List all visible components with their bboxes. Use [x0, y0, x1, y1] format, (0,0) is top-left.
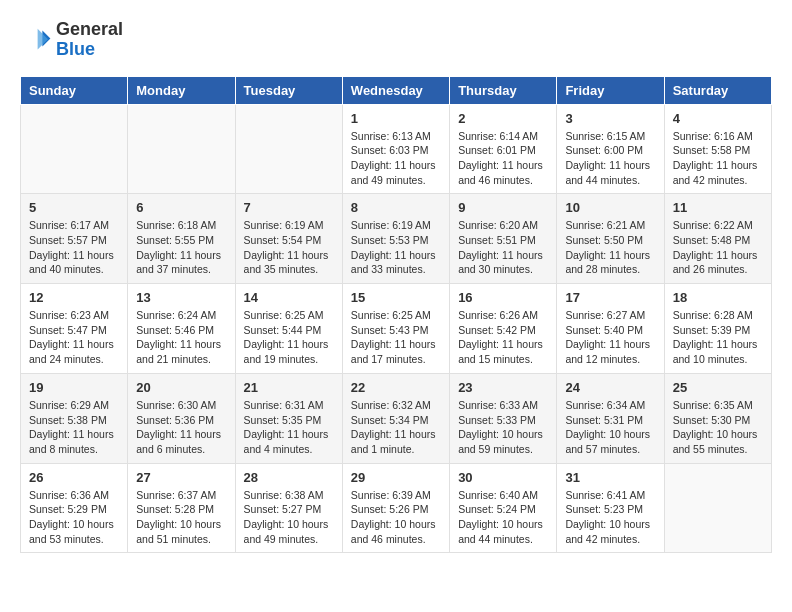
calendar-cell: 27Sunrise: 6:37 AM Sunset: 5:28 PM Dayli… [128, 463, 235, 553]
calendar-cell: 19Sunrise: 6:29 AM Sunset: 5:38 PM Dayli… [21, 373, 128, 463]
day-of-week-header: Monday [128, 76, 235, 104]
calendar-cell: 6Sunrise: 6:18 AM Sunset: 5:55 PM Daylig… [128, 194, 235, 284]
calendar-cell: 13Sunrise: 6:24 AM Sunset: 5:46 PM Dayli… [128, 284, 235, 374]
day-info: Sunrise: 6:18 AM Sunset: 5:55 PM Dayligh… [136, 218, 226, 277]
calendar-cell: 20Sunrise: 6:30 AM Sunset: 5:36 PM Dayli… [128, 373, 235, 463]
day-info: Sunrise: 6:36 AM Sunset: 5:29 PM Dayligh… [29, 488, 119, 547]
day-number: 28 [244, 470, 334, 485]
day-of-week-header: Friday [557, 76, 664, 104]
calendar-week-row: 5Sunrise: 6:17 AM Sunset: 5:57 PM Daylig… [21, 194, 772, 284]
day-number: 4 [673, 111, 763, 126]
day-number: 10 [565, 200, 655, 215]
day-number: 8 [351, 200, 441, 215]
day-info: Sunrise: 6:25 AM Sunset: 5:43 PM Dayligh… [351, 308, 441, 367]
calendar-cell: 11Sunrise: 6:22 AM Sunset: 5:48 PM Dayli… [664, 194, 771, 284]
calendar-cell [235, 104, 342, 194]
day-info: Sunrise: 6:33 AM Sunset: 5:33 PM Dayligh… [458, 398, 548, 457]
calendar-cell: 17Sunrise: 6:27 AM Sunset: 5:40 PM Dayli… [557, 284, 664, 374]
day-info: Sunrise: 6:23 AM Sunset: 5:47 PM Dayligh… [29, 308, 119, 367]
day-info: Sunrise: 6:24 AM Sunset: 5:46 PM Dayligh… [136, 308, 226, 367]
calendar-cell: 16Sunrise: 6:26 AM Sunset: 5:42 PM Dayli… [450, 284, 557, 374]
day-number: 17 [565, 290, 655, 305]
day-number: 21 [244, 380, 334, 395]
calendar-cell: 18Sunrise: 6:28 AM Sunset: 5:39 PM Dayli… [664, 284, 771, 374]
day-of-week-header: Tuesday [235, 76, 342, 104]
day-number: 20 [136, 380, 226, 395]
day-number: 31 [565, 470, 655, 485]
day-info: Sunrise: 6:27 AM Sunset: 5:40 PM Dayligh… [565, 308, 655, 367]
day-info: Sunrise: 6:14 AM Sunset: 6:01 PM Dayligh… [458, 129, 548, 188]
day-number: 1 [351, 111, 441, 126]
day-info: Sunrise: 6:21 AM Sunset: 5:50 PM Dayligh… [565, 218, 655, 277]
calendar-week-row: 19Sunrise: 6:29 AM Sunset: 5:38 PM Dayli… [21, 373, 772, 463]
day-number: 18 [673, 290, 763, 305]
day-info: Sunrise: 6:30 AM Sunset: 5:36 PM Dayligh… [136, 398, 226, 457]
calendar-header: SundayMondayTuesdayWednesdayThursdayFrid… [21, 76, 772, 104]
day-info: Sunrise: 6:25 AM Sunset: 5:44 PM Dayligh… [244, 308, 334, 367]
calendar-cell: 31Sunrise: 6:41 AM Sunset: 5:23 PM Dayli… [557, 463, 664, 553]
calendar-cell: 12Sunrise: 6:23 AM Sunset: 5:47 PM Dayli… [21, 284, 128, 374]
calendar-cell: 4Sunrise: 6:16 AM Sunset: 5:58 PM Daylig… [664, 104, 771, 194]
logo-icon [20, 24, 52, 56]
calendar-cell: 9Sunrise: 6:20 AM Sunset: 5:51 PM Daylig… [450, 194, 557, 284]
calendar-cell: 14Sunrise: 6:25 AM Sunset: 5:44 PM Dayli… [235, 284, 342, 374]
calendar-table: SundayMondayTuesdayWednesdayThursdayFrid… [20, 76, 772, 554]
day-number: 27 [136, 470, 226, 485]
day-info: Sunrise: 6:19 AM Sunset: 5:53 PM Dayligh… [351, 218, 441, 277]
calendar-cell: 7Sunrise: 6:19 AM Sunset: 5:54 PM Daylig… [235, 194, 342, 284]
day-info: Sunrise: 6:17 AM Sunset: 5:57 PM Dayligh… [29, 218, 119, 277]
day-of-week-header: Saturday [664, 76, 771, 104]
day-number: 12 [29, 290, 119, 305]
calendar-cell: 3Sunrise: 6:15 AM Sunset: 6:00 PM Daylig… [557, 104, 664, 194]
day-info: Sunrise: 6:32 AM Sunset: 5:34 PM Dayligh… [351, 398, 441, 457]
calendar-cell: 22Sunrise: 6:32 AM Sunset: 5:34 PM Dayli… [342, 373, 449, 463]
calendar-cell: 1Sunrise: 6:13 AM Sunset: 6:03 PM Daylig… [342, 104, 449, 194]
calendar-cell [128, 104, 235, 194]
day-number: 9 [458, 200, 548, 215]
day-number: 2 [458, 111, 548, 126]
calendar-week-row: 1Sunrise: 6:13 AM Sunset: 6:03 PM Daylig… [21, 104, 772, 194]
calendar-cell: 24Sunrise: 6:34 AM Sunset: 5:31 PM Dayli… [557, 373, 664, 463]
day-number: 6 [136, 200, 226, 215]
calendar-cell: 26Sunrise: 6:36 AM Sunset: 5:29 PM Dayli… [21, 463, 128, 553]
day-info: Sunrise: 6:41 AM Sunset: 5:23 PM Dayligh… [565, 488, 655, 547]
day-info: Sunrise: 6:38 AM Sunset: 5:27 PM Dayligh… [244, 488, 334, 547]
day-info: Sunrise: 6:40 AM Sunset: 5:24 PM Dayligh… [458, 488, 548, 547]
day-number: 29 [351, 470, 441, 485]
day-number: 26 [29, 470, 119, 485]
calendar-cell: 10Sunrise: 6:21 AM Sunset: 5:50 PM Dayli… [557, 194, 664, 284]
calendar-cell: 2Sunrise: 6:14 AM Sunset: 6:01 PM Daylig… [450, 104, 557, 194]
day-number: 25 [673, 380, 763, 395]
day-info: Sunrise: 6:16 AM Sunset: 5:58 PM Dayligh… [673, 129, 763, 188]
day-number: 30 [458, 470, 548, 485]
calendar-cell: 15Sunrise: 6:25 AM Sunset: 5:43 PM Dayli… [342, 284, 449, 374]
calendar-week-row: 12Sunrise: 6:23 AM Sunset: 5:47 PM Dayli… [21, 284, 772, 374]
day-info: Sunrise: 6:29 AM Sunset: 5:38 PM Dayligh… [29, 398, 119, 457]
day-of-week-header: Wednesday [342, 76, 449, 104]
day-info: Sunrise: 6:15 AM Sunset: 6:00 PM Dayligh… [565, 129, 655, 188]
calendar-cell: 23Sunrise: 6:33 AM Sunset: 5:33 PM Dayli… [450, 373, 557, 463]
day-number: 13 [136, 290, 226, 305]
calendar-cell: 30Sunrise: 6:40 AM Sunset: 5:24 PM Dayli… [450, 463, 557, 553]
day-info: Sunrise: 6:22 AM Sunset: 5:48 PM Dayligh… [673, 218, 763, 277]
day-number: 16 [458, 290, 548, 305]
day-number: 15 [351, 290, 441, 305]
day-info: Sunrise: 6:19 AM Sunset: 5:54 PM Dayligh… [244, 218, 334, 277]
day-number: 19 [29, 380, 119, 395]
day-info: Sunrise: 6:35 AM Sunset: 5:30 PM Dayligh… [673, 398, 763, 457]
day-info: Sunrise: 6:31 AM Sunset: 5:35 PM Dayligh… [244, 398, 334, 457]
day-number: 3 [565, 111, 655, 126]
day-info: Sunrise: 6:26 AM Sunset: 5:42 PM Dayligh… [458, 308, 548, 367]
calendar-cell: 29Sunrise: 6:39 AM Sunset: 5:26 PM Dayli… [342, 463, 449, 553]
logo-text: General Blue [56, 20, 123, 60]
calendar-cell [664, 463, 771, 553]
day-number: 11 [673, 200, 763, 215]
day-info: Sunrise: 6:20 AM Sunset: 5:51 PM Dayligh… [458, 218, 548, 277]
day-of-week-header: Sunday [21, 76, 128, 104]
day-of-week-header: Thursday [450, 76, 557, 104]
day-number: 7 [244, 200, 334, 215]
calendar-cell: 8Sunrise: 6:19 AM Sunset: 5:53 PM Daylig… [342, 194, 449, 284]
calendar-cell: 5Sunrise: 6:17 AM Sunset: 5:57 PM Daylig… [21, 194, 128, 284]
day-number: 24 [565, 380, 655, 395]
calendar-cell: 28Sunrise: 6:38 AM Sunset: 5:27 PM Dayli… [235, 463, 342, 553]
